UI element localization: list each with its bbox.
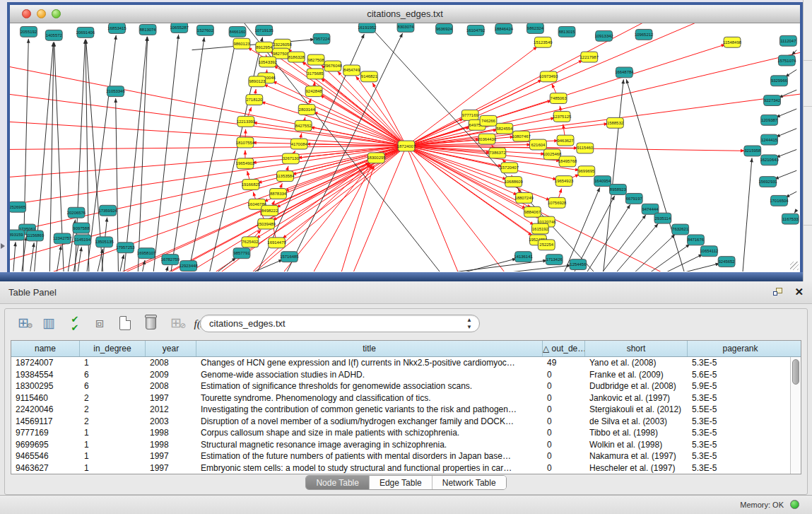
graph-node[interactable]: 393159 [10, 230, 25, 240]
tab-edge-table[interactable]: Edge Table [370, 476, 433, 489]
table-row[interactable]: 1872400712008Changes of HCN gene express… [11, 357, 801, 369]
graph-node[interactable]: 11548498 [723, 37, 742, 47]
scrollbar-thumb[interactable] [792, 359, 799, 385]
select-rows-icon[interactable]: ✔✔ [65, 314, 83, 332]
table-selector-combo[interactable]: citations_edges.txt ▲▼ [200, 315, 480, 332]
graph-node[interactable]: 1244415 [761, 134, 778, 145]
graph-node[interactable]: 19166825 [242, 180, 261, 190]
graph-node[interactable]: 9097588 [73, 223, 90, 233]
graph-node[interactable]: 10756928 [548, 197, 567, 208]
column-header-in_degree[interactable]: in_degree [80, 341, 146, 356]
graph-node[interactable]: 8471676 [688, 235, 705, 245]
column-header-name[interactable]: name [11, 341, 80, 356]
graph-node[interactable]: 7625402 [242, 237, 259, 247]
graph-node[interactable]: 9857791 [233, 248, 250, 259]
graph-node[interactable]: 16914479 [267, 238, 286, 248]
graph-node[interactable]: 9860123 [233, 38, 250, 49]
graph-node[interactable]: 20364436 [478, 134, 497, 144]
graph-node[interactable]: 7485063 [550, 93, 567, 104]
graph-node[interactable]: 10807467 [512, 131, 530, 141]
graph-node[interactable]: 10688609 [504, 177, 523, 187]
graph-node[interactable]: 12375125 [553, 111, 572, 122]
graph-node[interactable]: 17016504 [770, 195, 789, 206]
table-row[interactable]: 1938455462009Genome-wide association stu… [11, 369, 801, 381]
graph-node[interactable]: 8466160 [229, 26, 246, 37]
graph-node[interactable]: 10543392 [258, 57, 276, 67]
graph-node[interactable]: 8427552 [295, 120, 312, 131]
graph-node[interactable]: 12342757 [53, 233, 71, 244]
graph-node[interactable]: 17957253 [116, 243, 135, 253]
graph-node[interactable]: 15123549 [534, 37, 553, 47]
graph-node[interactable]: 10654112 [700, 246, 718, 257]
graph-node[interactable]: 9329966 [771, 76, 788, 86]
table-row[interactable]: 977716911998Corpus callosum shape and si… [11, 427, 801, 439]
graph-node[interactable]: 16104792 [466, 25, 485, 35]
graph-node[interactable]: 16782759 [161, 255, 180, 265]
graph-node[interactable]: 9115460 [577, 143, 594, 153]
graph-node[interactable]: 9227342 [764, 95, 781, 106]
network-canvas[interactable]: 2055192140557220691406168534158813074106… [10, 23, 800, 271]
window-titlebar[interactable]: citations_edges.txt [10, 5, 800, 23]
graph-node[interactable]: 20206576 [67, 207, 86, 218]
close-panel-icon[interactable]: ✕ [794, 286, 804, 298]
graph-node[interactable]: 10719135 [254, 25, 273, 35]
graph-node[interactable]: 16191952 [358, 23, 376, 33]
graph-node[interactable]: 3175685 [307, 69, 324, 79]
graph-node[interactable]: 10913342 [594, 30, 613, 41]
column-header-out_de[interactable]: △ out_de… [543, 341, 585, 356]
table-row[interactable]: 946362711997Embryonic stem cells: a mode… [11, 462, 801, 474]
graph-node[interactable]: 1615192 [531, 223, 548, 234]
graph-node[interactable]: 18107554 [236, 137, 255, 148]
splitter-arrow-icon[interactable] [1, 243, 5, 249]
row-height-icon[interactable]: ⧈ [90, 314, 109, 332]
graph-node[interactable]: 7632621 [672, 224, 689, 235]
graph-node[interactable]: 8303074 [397, 23, 414, 32]
graph-node[interactable]: 8878334 [270, 189, 287, 199]
graph-node[interactable]: 20691406 [76, 27, 95, 37]
graph-node[interactable]: 1640954 [594, 176, 611, 187]
graph-node[interactable]: 17359924 [98, 205, 117, 216]
graph-node[interactable]: 3215958 [744, 146, 761, 156]
graph-node[interactable]: 8958923 [610, 185, 627, 195]
graph-node[interactable]: 8454749 [343, 65, 360, 76]
graph-node[interactable]: 15751074 [777, 55, 796, 66]
graph-node[interactable]: 9636924 [436, 23, 453, 34]
graph-node[interactable]: 2718120 [246, 95, 263, 105]
graph-node[interactable]: 13505135 [95, 237, 114, 247]
graph-node[interactable]: 1167533 [782, 214, 799, 224]
vertical-scrollbar[interactable] [790, 357, 801, 474]
graph-node[interactable]: 746266 [480, 115, 497, 126]
graph-node[interactable]: 9463627 [557, 135, 574, 146]
graph-node[interactable]: 1112047 [779, 35, 796, 46]
table-row[interactable]: 2242004622012Investigating the contribut… [11, 404, 801, 416]
column-header-year[interactable]: year [146, 341, 196, 356]
graph-node[interactable]: 252254 [538, 240, 555, 250]
graph-node[interactable]: 8912954 [256, 42, 273, 52]
table-row[interactable]: 911546021997Tourette syndrome. Phenomeno… [11, 392, 801, 404]
graph-node[interactable]: 9242848 [305, 86, 322, 97]
graph-node[interactable]: 1254456 [570, 259, 587, 270]
new-file-icon[interactable] [116, 314, 134, 332]
tab-node-table[interactable]: Node Table [306, 476, 370, 489]
citation-network-graph[interactable]: 2055192140557220691406168534158813074106… [10, 23, 800, 271]
graph-node[interactable]: 10965212 [635, 29, 653, 40]
graph-node[interactable]: 1145194 [74, 235, 91, 245]
graph-node[interactable]: 7957224 [313, 33, 330, 44]
graph-node[interactable]: 12923448 [179, 261, 198, 271]
tab-network-table[interactable]: Network Table [433, 476, 506, 489]
graph-node[interactable]: 16648784 [615, 67, 634, 78]
graph-node[interactable]: 14136141 [514, 252, 533, 262]
graph-node[interactable]: 1527602 [197, 25, 214, 35]
graph-node[interactable]: 8813074 [139, 24, 156, 35]
graph-node[interactable]: 9699695 [578, 166, 595, 177]
graph-node[interactable]: 3267130 [282, 153, 299, 164]
graph-node[interactable]: 15720407 [500, 163, 519, 173]
graph-node[interactable]: 18846424 [495, 23, 514, 34]
graph-node[interactable]: 2935114 [654, 213, 671, 223]
graph-node[interactable]: 5824554 [496, 123, 513, 134]
graph-node[interactable]: 29676048 [324, 61, 343, 71]
graph-node[interactable]: 16210643 [760, 155, 779, 165]
graph-node[interactable]: 15039489 [257, 218, 276, 229]
table-row[interactable]: 1456911722003Disruption of a novel membe… [11, 416, 801, 428]
graph-node[interactable]: 16853415 [107, 23, 126, 33]
